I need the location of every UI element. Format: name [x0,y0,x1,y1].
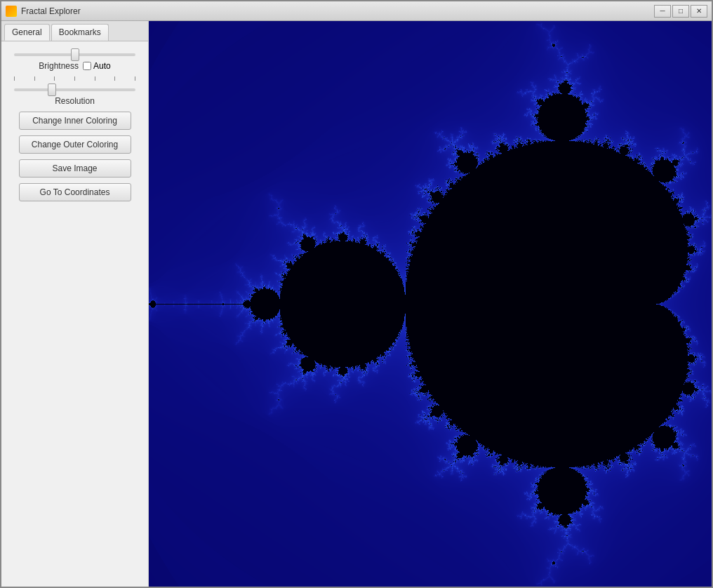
tick-6 [114,76,115,81]
tab-bar: General Bookmarks [1,21,148,41]
fractal-display[interactable] [149,21,712,587]
maximize-button[interactable]: □ [672,5,689,18]
resolution-label: Resolution [55,96,95,106]
brightness-label: Brightness [39,61,79,71]
window-title: Fractal Explorer [21,6,81,16]
tab-general[interactable]: General [4,24,50,41]
resolution-slider[interactable] [14,88,135,91]
close-button[interactable]: ✕ [691,5,707,18]
window-controls: ─ □ ✕ [654,5,707,18]
auto-label[interactable]: Auto [93,61,111,71]
main-content: General Bookmarks Brightness [1,21,712,587]
titlebar: Fractal Explorer ─ □ ✕ [1,1,712,21]
change-outer-coloring-button[interactable]: Change Outer Coloring [19,135,131,154]
tick-5 [95,76,95,81]
fractal-canvas[interactable] [149,21,712,587]
titlebar-left: Fractal Explorer [6,6,81,17]
tick-7 [135,76,135,81]
app-icon [6,6,17,17]
change-inner-coloring-button[interactable]: Change Inner Coloring [19,112,131,130]
brightness-slider[interactable] [14,53,135,56]
brightness-slider-container [7,48,142,58]
tick-2 [34,76,35,81]
resolution-slider-container [7,83,142,93]
tick-1 [14,76,15,81]
main-window: Fractal Explorer ─ □ ✕ General Bookmarks [0,0,713,588]
resolution-ticks [7,76,142,81]
sidebar: General Bookmarks Brightness [1,21,149,587]
resolution-section: Resolution [7,76,142,106]
minimize-button[interactable]: ─ [654,5,671,18]
go-to-coordinates-button[interactable]: Go To Coordinates [19,183,131,201]
sidebar-controls: Brightness Auto [1,41,148,208]
auto-checkbox[interactable] [83,62,91,70]
brightness-row: Brightness Auto [39,61,110,71]
save-image-button[interactable]: Save Image [19,159,131,178]
tab-bookmarks[interactable]: Bookmarks [51,24,109,41]
tick-4 [74,76,75,81]
auto-checkbox-container: Auto [83,61,111,71]
brightness-section: Brightness Auto [7,48,142,71]
tick-3 [54,76,55,81]
